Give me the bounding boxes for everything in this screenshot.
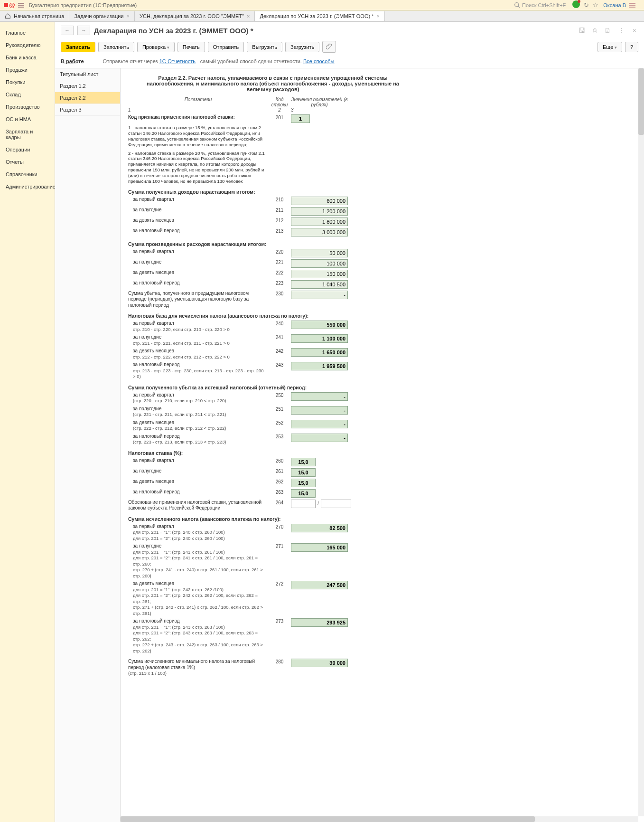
sidebar-item[interactable]: Продажи [0, 64, 55, 76]
input-250[interactable] [291, 392, 348, 401]
save-disk-icon[interactable]: 🖫 [579, 27, 585, 34]
input-264b[interactable] [321, 500, 351, 508]
main-menu-icon[interactable] [18, 3, 24, 8]
sidebar-item[interactable]: Руководителю [0, 39, 55, 51]
note-201-2: 2 - налоговая ставка в размере 20 %, уст… [128, 151, 266, 184]
group-base: Налоговая база для исчисления налога (ав… [128, 313, 346, 319]
more-icon[interactable]: ⋮ [618, 27, 625, 34]
tab-home[interactable]: Начальная страница [0, 11, 69, 21]
close-page-icon[interactable]: × [633, 27, 636, 34]
username[interactable]: Оксана В [603, 2, 626, 8]
svg-line-1 [518, 6, 520, 8]
input-223[interactable] [291, 280, 348, 289]
back-button[interactable]: ← [61, 26, 74, 35]
group-tax: Сумма исчисленного налога (авансового пл… [128, 516, 346, 522]
send-button[interactable]: Отправить [208, 42, 244, 52]
favorite-icon[interactable]: ☆ [593, 1, 598, 9]
save-button[interactable]: Записать [61, 42, 95, 52]
attach-icon[interactable] [322, 41, 336, 53]
help-button[interactable]: ? [625, 42, 638, 52]
logo-1c: @ [4, 1, 15, 9]
section-2-2[interactable]: Раздел 2.2 [55, 92, 120, 104]
link-1c-report[interactable]: 1С-Отчетность [159, 58, 196, 64]
input-260[interactable] [291, 458, 316, 466]
sidebar-item[interactable]: Склад [0, 88, 55, 101]
input-262[interactable] [291, 479, 316, 487]
svg-point-0 [515, 3, 519, 7]
notification-icon[interactable] [572, 0, 580, 9]
input-251[interactable] [291, 406, 348, 415]
input-273[interactable] [291, 618, 348, 627]
input-242[interactable] [291, 348, 348, 357]
input-271[interactable] [291, 543, 348, 552]
scrollbar-horizontal[interactable] [121, 816, 638, 822]
section-title-page[interactable]: Титульный лист [55, 68, 120, 80]
input-252[interactable] [291, 420, 348, 428]
global-search[interactable]: Поиск Ctrl+Shift+F [514, 2, 566, 8]
app-title: Бухгалтерия предприятия (1С:Предприятие) [29, 2, 137, 8]
input-222[interactable] [291, 270, 348, 278]
sidebar-item[interactable]: Справочники [0, 168, 55, 180]
group-expense: Сумма произведенных расходов нарастающим… [128, 241, 346, 247]
group-income: Сумма полученных доходов нарастающим ито… [128, 189, 346, 195]
input-212[interactable] [291, 217, 348, 226]
forward-button[interactable]: → [77, 26, 90, 35]
input-263[interactable] [291, 489, 316, 498]
tab-tasks[interactable]: Задачи организации × [69, 11, 135, 21]
section-title: Раздел 2.2. Расчет налога, уплачиваемого… [128, 73, 418, 94]
input-270[interactable] [291, 524, 348, 532]
input-221[interactable] [291, 259, 348, 268]
tab-declaration-active[interactable]: Декларация по УСН за 2023 г. (ЭММЕТ ООО)… [255, 11, 384, 21]
status-text: Отправьте отчет через 1С-Отчетность - са… [103, 58, 335, 64]
section-1-2[interactable]: Раздел 1.2 [55, 80, 120, 92]
close-icon[interactable]: × [376, 13, 379, 19]
close-icon[interactable]: × [127, 13, 130, 19]
input-264a[interactable] [291, 500, 316, 508]
input-220[interactable] [291, 249, 348, 257]
input-213[interactable] [291, 228, 348, 236]
input-253[interactable] [291, 434, 348, 442]
preview-icon[interactable]: 🗎 [604, 27, 611, 34]
input-241[interactable] [291, 334, 348, 343]
history-icon[interactable]: ↻ [584, 1, 589, 9]
input-261[interactable] [291, 468, 316, 477]
sidebar-item[interactable]: ОС и НМА [0, 113, 55, 125]
sidebar-item[interactable]: Главное [0, 27, 55, 39]
section-3[interactable]: Раздел 3 [55, 104, 120, 116]
search-icon [514, 2, 520, 8]
input-211[interactable] [291, 207, 348, 216]
input-210[interactable] [291, 197, 348, 205]
export-button[interactable]: Выгрузить [247, 42, 282, 52]
input-272[interactable] [291, 581, 348, 589]
print-button[interactable]: Печать [177, 42, 205, 52]
more-button[interactable]: Еще [597, 42, 622, 52]
main-sidebar: Главное Руководителю Банк и касса Продаж… [0, 22, 55, 822]
tab-usn-decl[interactable]: УСН, декларация за 2023 г. ООО "ЭММЕТ" × [135, 11, 255, 21]
close-icon[interactable]: × [247, 13, 250, 19]
home-icon [5, 13, 11, 19]
input-240[interactable] [291, 321, 348, 329]
scrollbar-vertical[interactable] [638, 68, 644, 816]
section-nav: Титульный лист Раздел 1.2 Раздел 2.2 Раз… [55, 68, 121, 822]
status-link[interactable]: В работе [61, 58, 84, 64]
input-201[interactable] [291, 114, 310, 123]
window-menu-icon[interactable] [629, 3, 635, 8]
link-all-ways[interactable]: Все способы [303, 58, 335, 64]
import-button[interactable]: Загрузить [285, 42, 319, 52]
check-button[interactable]: Проверка [137, 42, 175, 52]
input-280[interactable] [291, 659, 348, 667]
sidebar-item[interactable]: Покупки [0, 76, 55, 88]
sidebar-item[interactable]: Отчеты [0, 156, 55, 168]
sidebar-item[interactable]: Зарплата и кадры [0, 125, 55, 143]
print-icon[interactable]: ⎙ [593, 27, 597, 34]
sidebar-item[interactable]: Администрирование [0, 180, 55, 193]
note-201-1: 1 - налоговая ставка в размере 15 %, уст… [128, 125, 266, 148]
sidebar-item[interactable]: Операции [0, 143, 55, 156]
sidebar-item[interactable]: Производство [0, 101, 55, 113]
input-230[interactable] [291, 291, 348, 299]
input-243[interactable] [291, 362, 348, 370]
sidebar-item[interactable]: Банк и касса [0, 51, 55, 64]
form-area: Раздел 2.2. Расчет налога, уплачиваемого… [121, 68, 644, 822]
page-title: Декларация по УСН за 2023 г. (ЭММЕТ ООО)… [94, 27, 253, 35]
fill-button[interactable]: Заполнить [98, 42, 134, 52]
